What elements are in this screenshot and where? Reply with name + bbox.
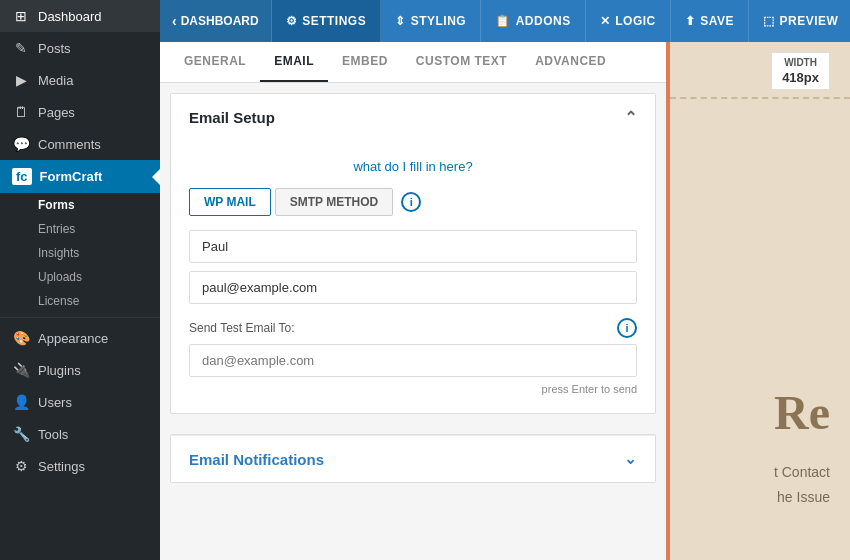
tab-general[interactable]: GENERAL xyxy=(170,42,260,82)
styling-nav-button[interactable]: ⇕ STYLING xyxy=(381,0,481,42)
width-value: 418px xyxy=(782,70,819,85)
sender-email-input[interactable] xyxy=(189,271,637,304)
width-label: WIDTH xyxy=(784,57,817,68)
help-link[interactable]: what do I fill in here? xyxy=(189,151,637,188)
width-badge: WIDTH 418px xyxy=(771,52,830,90)
preview-nav-icon: ⬚ xyxy=(763,14,775,28)
users-icon: 👤 xyxy=(12,394,30,410)
email-setup-section: Email Setup ⌃ what do I fill in here? WP… xyxy=(170,93,656,414)
preview-nav-button[interactable]: ⬚ PREVIEW xyxy=(749,0,850,42)
sidebar-item-posts[interactable]: ✎ Posts xyxy=(0,32,160,64)
sidebar-sub-uploads[interactable]: Uploads xyxy=(0,265,160,289)
settings-icon: ⚙ xyxy=(12,458,30,474)
sidebar-item-label: Tools xyxy=(38,427,68,442)
tab-email[interactable]: EMAIL xyxy=(260,42,328,82)
styling-nav-label: STYLING xyxy=(411,14,467,28)
back-chevron-icon: ‹ xyxy=(172,13,177,29)
send-test-label-row: Send Test Email To: i xyxy=(189,318,637,338)
email-setup-header[interactable]: Email Setup ⌃ xyxy=(171,94,655,141)
back-button[interactable]: ‹ DASHBOARD xyxy=(160,0,272,42)
addons-nav-label: ADDONS xyxy=(516,14,571,28)
email-notifications-title: Email Notifications xyxy=(189,451,324,468)
form-settings-panel: GENERAL EMAIL EMBED CUSTOM TEXT ADVANCED xyxy=(160,42,670,560)
tab-custom-text[interactable]: CUSTOM TEXT xyxy=(402,42,521,82)
tab-advanced[interactable]: ADVANCED xyxy=(521,42,620,82)
top-navigation: ‹ DASHBOARD ⚙ SETTINGS ⇕ STYLING 📋 ADDON… xyxy=(160,0,850,42)
sidebar-sub-insights[interactable]: Insights xyxy=(0,241,160,265)
sidebar-item-label: Comments xyxy=(38,137,101,152)
plugins-icon: 🔌 xyxy=(12,362,30,378)
addons-nav-button[interactable]: 📋 ADDONS xyxy=(481,0,586,42)
sidebar-item-label: Dashboard xyxy=(38,9,102,24)
logic-nav-icon: ✕ xyxy=(600,14,611,28)
settings-tabs: GENERAL EMAIL EMBED CUSTOM TEXT ADVANCED xyxy=(160,42,666,83)
send-test-label-text: Send Test Email To: xyxy=(189,321,295,335)
logic-nav-label: LOGIC xyxy=(615,14,656,28)
sidebar-item-label: Media xyxy=(38,73,73,88)
tab-embed[interactable]: EMBED xyxy=(328,42,402,82)
sidebar-item-users[interactable]: 👤 Users xyxy=(0,386,160,418)
addons-nav-icon: 📋 xyxy=(495,14,511,28)
sidebar-item-plugins[interactable]: 🔌 Plugins xyxy=(0,354,160,386)
preview-panel: WIDTH 418px Re t Contact he Issue xyxy=(670,42,850,560)
email-notifications-section: Email Notifications ⌄ xyxy=(170,434,656,483)
press-enter-hint: press Enter to send xyxy=(189,383,637,395)
save-nav-label: SAVE xyxy=(700,14,734,28)
back-label: DASHBOARD xyxy=(181,14,259,28)
email-notifications-header[interactable]: Email Notifications ⌄ xyxy=(171,435,655,482)
preview-text-fragment: Re xyxy=(774,385,830,440)
expand-chevron-icon: ⌄ xyxy=(624,450,637,468)
styling-nav-icon: ⇕ xyxy=(395,14,406,28)
sidebar-item-settings[interactable]: ⚙ Settings xyxy=(0,450,160,482)
sender-name-input[interactable] xyxy=(189,230,637,263)
sidebar-sub-entries[interactable]: Entries xyxy=(0,217,160,241)
logic-nav-button[interactable]: ✕ LOGIC xyxy=(586,0,671,42)
sidebar-divider xyxy=(0,317,160,318)
save-nav-button[interactable]: ⬆ SAVE xyxy=(671,0,749,42)
appearance-icon: 🎨 xyxy=(12,330,30,346)
sidebar-sub-forms[interactable]: Forms xyxy=(0,193,160,217)
preview-dashed-line xyxy=(670,97,850,99)
main-area: ‹ DASHBOARD ⚙ SETTINGS ⇕ STYLING 📋 ADDON… xyxy=(160,0,850,560)
sidebar-item-label: Settings xyxy=(38,459,85,474)
sidebar-item-media[interactable]: ▶ Media xyxy=(0,64,160,96)
email-setup-body: what do I fill in here? WP MAIL SMTP MET… xyxy=(171,141,655,413)
smtp-method-tab[interactable]: SMTP METHOD xyxy=(275,188,393,216)
settings-nav-label: SETTINGS xyxy=(302,14,366,28)
save-nav-icon: ⬆ xyxy=(685,14,696,28)
sidebar-item-tools[interactable]: 🔧 Tools xyxy=(0,418,160,450)
media-icon: ▶ xyxy=(12,72,30,88)
sidebar-sub-license[interactable]: License xyxy=(0,289,160,313)
preview-issue-text: he Issue xyxy=(777,489,830,505)
send-test-info-icon[interactable]: i xyxy=(617,318,637,338)
sidebar-item-label: Plugins xyxy=(38,363,81,378)
sidebar-item-label: Pages xyxy=(38,105,75,120)
sidebar-item-pages[interactable]: 🗒 Pages xyxy=(0,96,160,128)
sidebar-item-comments[interactable]: 💬 Comments xyxy=(0,128,160,160)
sidebar-item-label: Posts xyxy=(38,41,71,56)
test-email-wrapper xyxy=(189,344,637,379)
sidebar-arrow-icon xyxy=(152,169,160,185)
preview-contact-text: t Contact xyxy=(774,464,830,480)
settings-nav-button[interactable]: ⚙ SETTINGS xyxy=(272,0,382,42)
comments-icon: 💬 xyxy=(12,136,30,152)
test-email-input[interactable] xyxy=(189,344,637,377)
formcraft-icon: fc xyxy=(12,168,32,185)
method-info-icon[interactable]: i xyxy=(401,192,421,212)
sidebar: ⊞ Dashboard ✎ Posts ▶ Media 🗒 Pages 💬 Co… xyxy=(0,0,160,560)
content-area: GENERAL EMAIL EMBED CUSTOM TEXT ADVANCED xyxy=(160,42,850,560)
tools-icon: 🔧 xyxy=(12,426,30,442)
settings-nav-icon: ⚙ xyxy=(286,14,298,28)
sidebar-item-dashboard[interactable]: ⊞ Dashboard xyxy=(0,0,160,32)
pages-icon: 🗒 xyxy=(12,104,30,120)
sidebar-item-label: Appearance xyxy=(38,331,108,346)
wp-mail-tab[interactable]: WP MAIL xyxy=(189,188,271,216)
sidebar-item-label: Users xyxy=(38,395,72,410)
sidebar-formcraft-label: FormCraft xyxy=(40,169,103,184)
collapse-chevron-icon: ⌃ xyxy=(624,108,637,127)
preview-nav-label: PREVIEW xyxy=(780,14,839,28)
sidebar-item-formcraft[interactable]: fc FormCraft xyxy=(0,160,160,193)
method-tabs: WP MAIL SMTP METHOD i xyxy=(189,188,637,216)
sidebar-item-appearance[interactable]: 🎨 Appearance xyxy=(0,322,160,354)
email-setup-title: Email Setup xyxy=(189,109,275,126)
